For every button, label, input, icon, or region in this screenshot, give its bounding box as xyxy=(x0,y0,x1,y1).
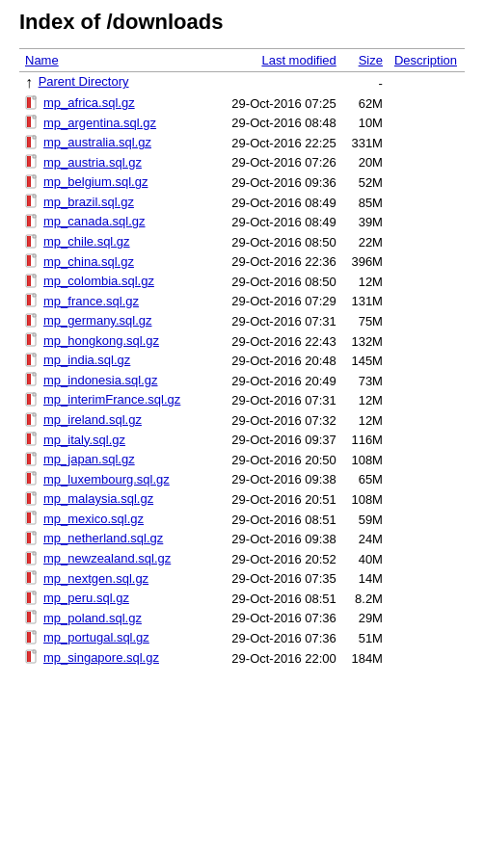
file-link[interactable]: mp_canada.sql.gz xyxy=(43,214,146,228)
sort-name-link[interactable]: Name xyxy=(25,53,59,67)
file-link[interactable]: mp_newzealand.sql.gz xyxy=(43,551,171,566)
svg-marker-9 xyxy=(33,136,36,139)
file-link[interactable]: mp_hongkong.sql.gz xyxy=(43,333,159,348)
svg-rect-15 xyxy=(28,156,30,167)
file-link[interactable]: mp_japan.sql.gz xyxy=(43,452,135,466)
file-size: 12M xyxy=(342,390,389,410)
file-link[interactable]: mp_netherland.sql.gz xyxy=(43,531,163,545)
file-name-cell: mp_hongkong.sql.gz xyxy=(19,331,210,352)
file-icon xyxy=(25,135,40,150)
table-row: mp_interimFrance.sql.gz29-Oct-2016 07:31… xyxy=(19,390,465,410)
file-link[interactable]: mp_germany.sql.gz xyxy=(43,313,151,328)
svg-marker-37 xyxy=(33,275,36,277)
file-description xyxy=(389,153,465,173)
file-icon xyxy=(25,274,40,289)
file-date: 29-Oct-2016 07:31 xyxy=(210,390,342,410)
file-link[interactable]: mp_luxembourg.sql.gz xyxy=(43,472,170,487)
file-description xyxy=(389,569,465,590)
file-link[interactable]: mp_portugal.sql.gz xyxy=(43,630,149,644)
file-description xyxy=(389,450,465,470)
file-link[interactable]: mp_peru.sql.gz xyxy=(43,591,129,605)
file-size: 12M xyxy=(342,272,389,292)
file-description xyxy=(389,311,465,331)
file-name-cell: mp_france.sql.gz xyxy=(19,292,210,312)
file-link[interactable]: mp_malaysia.sql.gz xyxy=(43,491,153,506)
sort-date-link[interactable]: Last modified xyxy=(261,53,336,67)
file-link[interactable]: mp_interimFrance.sql.gz xyxy=(43,392,180,407)
file-name-cell: mp_indonesia.sql.gz xyxy=(19,371,210,391)
file-icon xyxy=(25,154,40,170)
file-link[interactable]: mp_chile.sql.gz xyxy=(43,234,130,249)
svg-rect-11 xyxy=(28,137,30,147)
file-date: 29-Oct-2016 08:50 xyxy=(210,272,342,292)
file-date: 29-Oct-2016 20:51 xyxy=(210,489,342,510)
svg-marker-45 xyxy=(33,314,36,317)
svg-rect-27 xyxy=(28,216,30,226)
file-link[interactable]: mp_italy.sql.gz xyxy=(43,433,125,447)
file-size: 65M xyxy=(342,470,389,490)
file-date: 29-Oct-2016 20:48 xyxy=(210,351,342,371)
table-row: mp_germany.sql.gz29-Oct-2016 07:3175M xyxy=(19,311,465,331)
file-link[interactable]: mp_austria.sql.gz xyxy=(43,155,142,170)
table-row: mp_chile.sql.gz29-Oct-2016 08:5022M xyxy=(19,232,465,252)
file-link[interactable]: mp_singapore.sql.gz xyxy=(43,650,159,665)
file-link[interactable]: mp_china.sql.gz xyxy=(43,254,134,269)
file-name-cell: mp_nextgen.sql.gz xyxy=(19,569,210,590)
file-size: 116M xyxy=(342,431,389,451)
file-link[interactable]: mp_australia.sql.gz xyxy=(43,135,151,149)
file-name-cell: mp_austria.sql.gz xyxy=(19,153,210,173)
svg-marker-41 xyxy=(33,294,36,297)
svg-marker-49 xyxy=(33,333,36,336)
file-link[interactable]: mp_india.sql.gz xyxy=(43,353,130,367)
table-row: mp_ireland.sql.gz29-Oct-2016 07:3212M xyxy=(19,410,465,431)
file-size: 52M xyxy=(342,172,389,193)
svg-rect-47 xyxy=(28,315,30,326)
file-date: 29-Oct-2016 08:49 xyxy=(210,212,342,232)
sort-size-link[interactable]: Size xyxy=(359,53,383,67)
file-date: 29-Oct-2016 08:49 xyxy=(210,193,342,213)
file-description xyxy=(389,529,465,549)
file-name-cell: mp_italy.sql.gz xyxy=(19,431,210,451)
svg-marker-29 xyxy=(33,235,36,238)
svg-rect-87 xyxy=(28,513,30,523)
file-size: 24M xyxy=(342,529,389,549)
file-link[interactable]: mp_belgium.sql.gz xyxy=(43,174,148,189)
file-link[interactable]: mp_poland.sql.gz xyxy=(43,611,142,625)
file-link[interactable]: mp_argentina.sql.gz xyxy=(43,116,156,130)
table-header-row: Name Last modified Size Description xyxy=(19,49,465,72)
svg-marker-1 xyxy=(33,96,36,99)
file-link[interactable]: mp_mexico.sql.gz xyxy=(43,512,144,526)
file-icon xyxy=(25,253,40,269)
table-row: mp_italy.sql.gz29-Oct-2016 09:37116M xyxy=(19,431,465,451)
file-description xyxy=(389,252,465,273)
table-row: mp_indonesia.sql.gz29-Oct-2016 20:4973M xyxy=(19,371,465,391)
svg-rect-107 xyxy=(28,612,30,622)
file-link[interactable]: mp_africa.sql.gz xyxy=(43,95,135,110)
file-link[interactable]: mp_france.sql.gz xyxy=(43,294,139,308)
table-row: mp_china.sql.gz29-Oct-2016 22:36396M xyxy=(19,252,465,273)
file-name-cell: mp_india.sql.gz xyxy=(19,351,210,371)
file-link[interactable]: mp_indonesia.sql.gz xyxy=(43,373,158,387)
file-icon xyxy=(25,471,40,487)
file-link[interactable]: mp_nextgen.sql.gz xyxy=(43,571,148,586)
file-size: 396M xyxy=(342,252,389,273)
file-link[interactable]: mp_brazil.sql.gz xyxy=(43,195,134,209)
file-date: 29-Oct-2016 08:48 xyxy=(210,114,342,134)
file-date: 29-Oct-2016 08:51 xyxy=(210,510,342,530)
file-link[interactable]: mp_ireland.sql.gz xyxy=(43,412,142,427)
table-row: mp_hongkong.sql.gz29-Oct-2016 22:43132M xyxy=(19,331,465,352)
file-name-cell: mp_newzealand.sql.gz xyxy=(19,549,210,569)
file-name-cell: mp_china.sql.gz xyxy=(19,252,210,273)
col-header-size: Size xyxy=(342,49,389,72)
svg-rect-99 xyxy=(28,572,30,583)
sort-desc-link[interactable]: Description xyxy=(394,53,457,67)
file-description xyxy=(389,212,465,232)
file-link[interactable]: mp_colombia.sql.gz xyxy=(43,274,154,288)
file-description xyxy=(389,410,465,431)
file-date: 29-Oct-2016 07:29 xyxy=(210,292,342,312)
svg-rect-51 xyxy=(28,334,30,345)
parent-directory-link[interactable]: Parent Directory xyxy=(39,74,129,89)
parent-arrow-icon: ↑ xyxy=(25,74,33,91)
file-date: 29-Oct-2016 07:26 xyxy=(210,153,342,173)
file-name-cell: mp_australia.sql.gz xyxy=(19,133,210,153)
